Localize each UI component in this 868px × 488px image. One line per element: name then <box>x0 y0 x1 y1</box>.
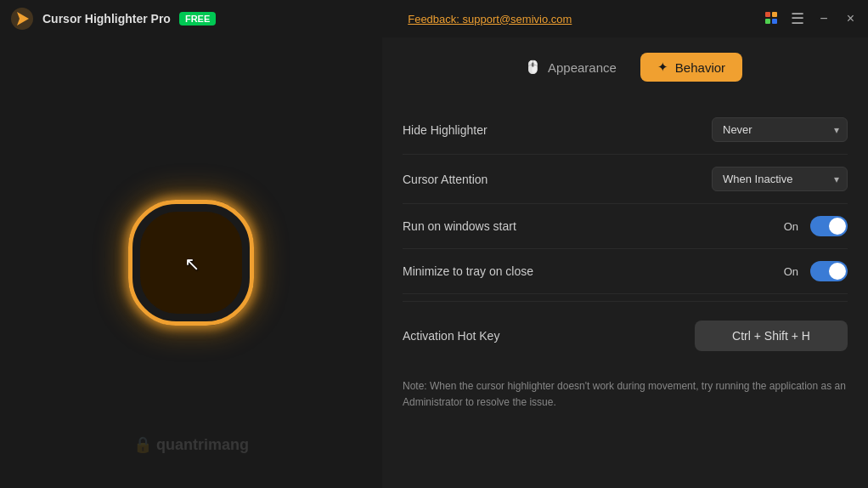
tab-behavior-label: Behavior <box>675 60 725 75</box>
run-on-start-toggle-label: On <box>784 220 798 233</box>
cursor-attention-label: Cursor Attention <box>403 173 488 186</box>
svg-rect-4 <box>765 19 770 24</box>
hide-highlighter-control: Never Always When Active When Inactive <box>712 117 848 142</box>
sidebar: ↖ 🔒 quantrimang <box>0 37 382 488</box>
run-on-start-control: On <box>784 216 848 236</box>
app-logo <box>10 7 34 31</box>
hide-highlighter-dropdown[interactable]: Never Always When Active When Inactive <box>712 117 848 142</box>
minimize-to-tray-toggle[interactable] <box>810 261 848 281</box>
note-text: Note: When the cursor highlighter doesn'… <box>403 378 848 411</box>
cursor-arrow: ↖ <box>184 253 200 275</box>
divider <box>403 301 848 302</box>
run-on-start-row: Run on windows start On <box>403 204 848 249</box>
minimize-to-tray-toggle-label: On <box>784 265 798 278</box>
content-area: 🖱️ Appearance ✦ Behavior Hide Highlighte… <box>382 37 868 488</box>
hotkey-row: Activation Hot Key Ctrl + Shift + H <box>403 309 848 363</box>
minimize-to-tray-row: Minimize to tray on close On <box>403 249 848 294</box>
cursor-attention-dropdown[interactable]: Never Always When Active When Inactive <box>712 167 848 191</box>
main-layout: ↖ 🔒 quantrimang 🖱️ Appearance ✦ Behavior… <box>0 37 868 488</box>
titlebar: Cursor Highlighter Pro FREE Feedback: su… <box>0 0 868 37</box>
svg-rect-5 <box>772 19 777 24</box>
titlebar-left: Cursor Highlighter Pro FREE <box>10 7 216 31</box>
run-on-start-knob <box>829 218 846 235</box>
cursor-attention-row: Cursor Attention Never Always When Activ… <box>403 155 848 204</box>
cursor-preview: ↖ <box>123 195 259 331</box>
appearance-icon: 🖱️ <box>525 60 541 75</box>
hotkey-button[interactable]: Ctrl + Shift + H <box>695 321 848 351</box>
svg-rect-2 <box>765 12 770 17</box>
minimize-to-tray-label: Minimize to tray on close <box>403 264 533 278</box>
minimize-to-tray-control: On <box>784 261 848 281</box>
app-title: Cursor Highlighter Pro <box>42 12 171 26</box>
tab-appearance-label: Appearance <box>548 60 617 75</box>
tab-behavior[interactable]: ✦ Behavior <box>640 53 742 82</box>
svg-rect-3 <box>772 12 777 17</box>
run-on-start-label: Run on windows start <box>403 219 516 233</box>
hide-highlighter-label: Hide Highlighter <box>403 123 488 137</box>
watermark: 🔒 quantrimang <box>133 435 249 454</box>
titlebar-center: Feedback: support@semivio.com <box>216 13 764 26</box>
settings-section: Hide Highlighter Never Always When Activ… <box>403 105 848 363</box>
menu-icon[interactable]: ☰ <box>791 11 804 26</box>
hide-highlighter-row: Hide Highlighter Never Always When Activ… <box>403 105 848 155</box>
titlebar-right: ☰ − × <box>764 9 858 28</box>
free-badge: FREE <box>179 12 216 26</box>
run-on-start-toggle[interactable] <box>810 216 848 236</box>
tab-appearance[interactable]: 🖱️ Appearance <box>508 53 634 82</box>
cursor-attention-control: Never Always When Active When Inactive <box>712 167 848 191</box>
hotkey-label: Activation Hot Key <box>403 329 499 343</box>
hotkey-control: Ctrl + Shift + H <box>695 321 848 351</box>
close-button[interactable]: × <box>843 9 858 28</box>
behavior-icon: ✦ <box>657 60 668 75</box>
grid-icon[interactable] <box>764 10 779 28</box>
feedback-link[interactable]: Feedback: support@semivio.com <box>408 13 572 26</box>
minimize-to-tray-knob <box>829 263 846 280</box>
tab-bar: 🖱️ Appearance ✦ Behavior <box>403 53 848 82</box>
minimize-button[interactable]: − <box>816 9 831 28</box>
